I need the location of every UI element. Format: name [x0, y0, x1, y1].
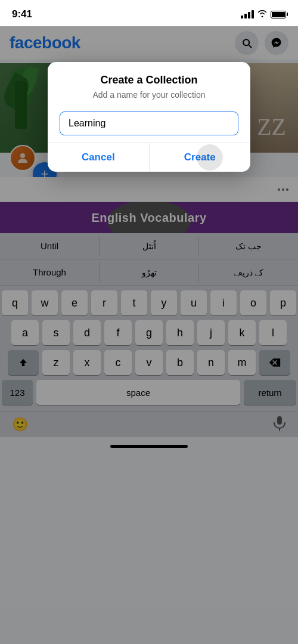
collection-name-input[interactable]: [60, 112, 238, 135]
status-bar: 9:41: [0, 0, 298, 26]
status-time: 9:41: [12, 8, 32, 20]
create-collection-dialog: Create a Collection Add a name for your …: [48, 62, 250, 172]
modal-overlay: Create a Collection Add a name for your …: [0, 26, 298, 644]
dialog-header: Create a Collection Add a name for your …: [48, 62, 250, 104]
create-button[interactable]: Create: [150, 143, 251, 172]
dialog-subtitle: Add a name for your collection: [60, 90, 238, 100]
dialog-actions: Cancel Create: [48, 143, 250, 172]
dialog-input-wrap: [48, 104, 250, 143]
wifi-icon: [257, 10, 267, 19]
status-icons: [241, 10, 286, 19]
dialog-title: Create a Collection: [60, 74, 238, 86]
signal-bars-icon: [241, 10, 254, 18]
cancel-button[interactable]: Cancel: [48, 143, 150, 172]
battery-icon: [271, 11, 286, 18]
ripple-effect: [197, 144, 223, 171]
